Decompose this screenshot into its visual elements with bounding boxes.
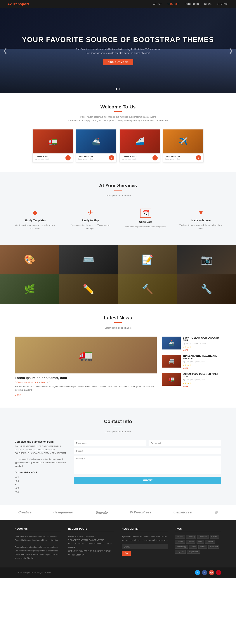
hero-arrow-right[interactable]: ❯	[229, 48, 233, 54]
news-sidebar-more-2[interactable]: MORE...	[183, 386, 190, 388]
diamond-icon: ◆	[13, 208, 57, 216]
footer-col-about: ABOUT US Aenean lacinia bibendum nulla s…	[11, 528, 64, 560]
partner-envato: Ɛenvato	[95, 510, 108, 514]
news-sidebar-item-0: 🚢 5 WAY TO SEND YOUR GOODS BY SHIP By To…	[162, 336, 221, 352]
footer-tag-12[interactable]: Payment	[175, 550, 186, 554]
hero-section: ❮ YOUR FAVORITE SOURCE OF BOOTSTRAP THEM…	[0, 8, 236, 93]
footer-tag-7[interactable]: Flowers	[205, 540, 215, 544]
news-sidebar-more-1[interactable]: MORE...	[183, 367, 190, 370]
footer-tag-10[interactable]: Trucks	[198, 545, 207, 549]
news-sidebar-meta-1: By Jimmy on April 14, 2013	[183, 360, 221, 362]
subject-input[interactable]	[74, 448, 221, 454]
nav-news[interactable]: NEWS	[204, 3, 212, 5]
footer-post-3[interactable]: CREATIVE COMPANY CO-FOUNDER: TRACK OR IN…	[68, 550, 111, 556]
photo-cell-1[interactable]: 🎨	[0, 245, 59, 274]
news-sidebar-stars-1: ★★★★☆	[183, 364, 191, 366]
photo-cell-2[interactable]: ⌨️	[59, 245, 118, 274]
nav-services[interactable]: SERVICES	[167, 3, 180, 5]
twitter-icon[interactable]: 𝕏	[195, 570, 200, 575]
service-item-uptodate: 📅 Up to Date We update dependencies to k…	[118, 205, 173, 234]
service-item-love: ♥ Made with Love You have to make your w…	[173, 205, 228, 234]
newsletter-btn[interactable]: GO	[122, 551, 131, 556]
contact-title: Contact Info	[15, 419, 221, 424]
nav-contact[interactable]: CONTACT	[217, 3, 228, 5]
news-sidebar-img-0: 🚢	[162, 336, 181, 350]
nav-about[interactable]: ABOUT	[153, 3, 162, 5]
welcome-card-arrow-0[interactable]: ›	[66, 155, 70, 160]
news-sidebar-content-0: 5 WAY TO SEND YOUR GOODS BY SHIP By Tomm…	[183, 336, 221, 352]
hero-arrow-left[interactable]: ❮	[3, 48, 7, 54]
news-featured-meta: By Tommy on April 14, 2013 ♥ 1,080 ★ 3	[15, 382, 157, 384]
newsletter-input[interactable]	[122, 544, 168, 550]
welcome-card-text-0: JASON STORY Lorem ipsum dolor	[35, 156, 50, 160]
pinterest-icon[interactable]: P	[216, 570, 221, 575]
footer-about-text1: Aenean lacinia bibendum nulla sed consec…	[15, 535, 61, 542]
welcome-card-arrow-1[interactable]: ›	[109, 155, 114, 160]
welcome-card-arrow-3[interactable]: ›	[196, 155, 201, 160]
footer-tag-9[interactable]: Travel	[189, 545, 197, 549]
footer-tag-2[interactable]: Countries	[197, 535, 208, 539]
footer-tag-6[interactable]: Food	[196, 540, 204, 544]
footer-col-tags: TAGS Animals Cooking Countries Culture F…	[172, 528, 225, 560]
welcome-card-3: ✈️ JASON STORY Lorem ipsum dolor ›	[163, 129, 204, 162]
footer-tag-4[interactable]: Fashion	[175, 540, 185, 544]
partner-creative: Creative	[18, 510, 32, 514]
service-item-ship: ✈ Ready to Ship You can use this theme a…	[63, 205, 118, 234]
submit-button[interactable]: SUBMIT	[74, 477, 221, 484]
photo-cell-4[interactable]: 📷	[177, 245, 236, 274]
footer-tag-1[interactable]: Cooking	[186, 535, 196, 539]
news-title: Latest News	[15, 315, 221, 321]
news-divider	[114, 322, 122, 323]
news-sidebar-img-2: 🚛	[162, 373, 181, 386]
news-featured-readmore[interactable]: MORE	[15, 394, 21, 396]
footer-tag-3[interactable]: Culture	[210, 535, 219, 539]
news-sidebar-img-1: 🚐	[162, 355, 181, 368]
footer-post-2[interactable]: PURSUE THE TITLE UNTIL YEAR'S GL: OR AN …	[68, 542, 112, 548]
photo-cell-3[interactable]: 📝	[118, 245, 177, 274]
photo-cell-8[interactable]: 🔧	[177, 274, 236, 304]
service-desc-sturdy: Our templates are updated regularly so t…	[13, 224, 57, 230]
footer-post-0[interactable]: WHAT ROUTES CONTINUE	[68, 536, 94, 538]
footer-bottom: © 2014 aztransporttheme. All rights rese…	[0, 568, 236, 578]
email-input[interactable]	[148, 440, 221, 446]
news-sidebar-title-2: Lorem ipsum dolor sit amet, cum	[183, 373, 221, 378]
hero-dots	[116, 88, 120, 90]
footer-col-newsletter: NEWS LETTER If you want to know about la…	[118, 528, 172, 560]
news-sidebar-more-0[interactable]: MORE...	[183, 349, 190, 351]
photo-grid: 🎨 ⌨️ 📝 📷 🌿 ✏️ 🔨 🔧	[0, 245, 236, 304]
footer-tag-5[interactable]: Fitness	[186, 540, 196, 544]
welcome-section: Welcome To Us Placer faucet posuimus nis…	[0, 93, 236, 172]
contact-info: Complete the Submission Form Sed ut PERS…	[15, 440, 66, 494]
services-subtitle: Lorem ipsum dolor sit amet	[63, 194, 173, 198]
photo-cell-7[interactable]: 🔨	[118, 274, 177, 304]
footer-col-recent: RECENT POSTS WHAT ROUTES CONTINUE 7 PLAC…	[64, 528, 118, 560]
nav-portfolio[interactable]: PORTFOLIO	[185, 3, 199, 5]
message-textarea[interactable]	[74, 456, 221, 474]
welcome-card-arrow-2[interactable]: ›	[152, 155, 158, 160]
nav-logo[interactable]: AZTransport	[8, 2, 29, 6]
photo-cell-6[interactable]: ✏️	[59, 274, 118, 304]
footer-tag-11[interactable]: Transport	[208, 545, 220, 549]
name-input[interactable]	[74, 440, 146, 446]
welcome-card-2: 🚄 JASON STORY Lorem ipsum dolor ›	[120, 129, 160, 162]
facebook-icon[interactable]: f	[202, 570, 207, 575]
hero-dot-1[interactable]	[116, 88, 118, 90]
paper-plane-icon: ✈	[68, 208, 112, 216]
footer-tag-0[interactable]: Animals	[175, 535, 185, 539]
welcome-card-1: 🚢 JASON STORY Lorem ipsum dolor ›	[76, 129, 116, 162]
contact-form-desc2: Lorem ipsum is simply dummy text of the …	[15, 458, 66, 468]
footer-social: 𝕏 f g+ P	[195, 570, 221, 575]
services-title: At Your Services	[8, 183, 228, 188]
googleplus-icon[interactable]: g+	[209, 570, 214, 575]
hero-dot-2[interactable]	[118, 88, 120, 90]
footer-tag-8[interactable]: Technology	[175, 545, 188, 549]
welcome-subtitle: Placer faucet posuimus nisl impede qua m…	[63, 115, 173, 123]
footer-tag-13[interactable]: Registration	[187, 550, 200, 554]
hero-cta-button[interactable]: FIND OUT MORE	[103, 59, 133, 65]
welcome-card-sub-2: Lorem ipsum dolor	[122, 158, 137, 160]
welcome-card-img-0: 🚛	[33, 130, 73, 154]
contact-divider	[114, 426, 122, 426]
footer-post-1[interactable]: 7 PLACES THAT MAKE A GREAT TRIP	[68, 539, 104, 541]
photo-cell-5[interactable]: 🌿	[0, 274, 59, 304]
news-sidebar-title-0: 5 WAY TO SEND YOUR GOODS BY SHIP	[183, 336, 221, 342]
